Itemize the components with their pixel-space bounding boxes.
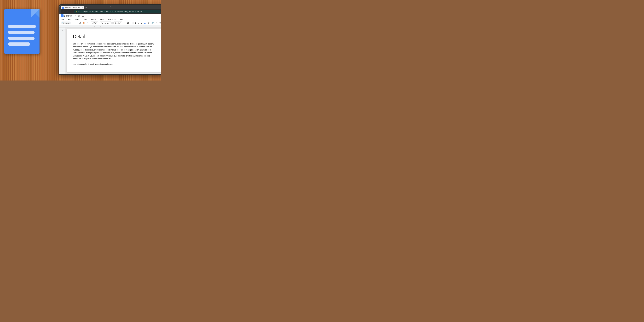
font-size-minus[interactable]: −: [124, 22, 126, 24]
doc-icon-body: [4, 9, 40, 54]
camera-dot: [110, 6, 111, 7]
doc-line-1: [8, 25, 36, 28]
menu-edit[interactable]: Edit: [67, 18, 72, 21]
font-arrow: ▾: [120, 22, 121, 24]
tab-close-button[interactable]: ×: [82, 7, 83, 9]
google-docs-icon: [4, 9, 45, 63]
menu-file[interactable]: File: [60, 18, 65, 21]
back-button[interactable]: ←: [62, 10, 65, 13]
color-button[interactable]: A: [144, 22, 146, 24]
paint-button[interactable]: 🎨: [82, 22, 86, 24]
document-title[interactable]: Brochure: [64, 15, 72, 17]
search-icon: 🔍: [62, 22, 64, 24]
text-style-arrow: ▾: [110, 22, 110, 24]
menus-label: Menus: [65, 22, 70, 24]
align-button[interactable]: ≡: [155, 22, 158, 24]
ruler-marks: 1 2 3 4 5 6: [60, 25, 161, 27]
doc-line-3: [8, 36, 34, 40]
paragraph-2: Lorem ipsum dolor sit amet, consectetuer…: [72, 63, 156, 66]
toolbar-sep-5: [133, 22, 134, 24]
toolbar-sep-1: [90, 22, 90, 24]
zoom-value: 150%: [92, 22, 96, 24]
doc-icon-small: ≡: [60, 14, 64, 17]
laptop-wrapper: Brochure - Google Docs × + ← → ↻ 🔒 docs.…: [58, 4, 161, 79]
page-heading: Details: [72, 33, 156, 40]
spell-button[interactable]: ✓: [86, 22, 89, 24]
doc-title-bar: ≡ Brochure ☆ 🗂 ☁: [60, 14, 161, 18]
menu-bar-row: File Edit View Insert Format Tools Exten…: [60, 18, 161, 21]
bold-button[interactable]: B: [134, 22, 137, 24]
forward-button[interactable]: →: [66, 10, 69, 13]
sidebar-list-icon: ≡: [62, 30, 63, 32]
doc-icon-fold-corner: [31, 9, 40, 18]
font-size-plus[interactable]: +: [130, 22, 132, 24]
undo-button[interactable]: ↩: [72, 22, 75, 24]
doc-area: ≡ Brochure ☆ 🗂 ☁ File Edit View Insert F…: [60, 14, 161, 74]
cloud-button[interactable]: ☁: [82, 14, 84, 17]
star-button[interactable]: ☆: [74, 14, 77, 17]
font-dropdown[interactable]: Roboto ▾: [114, 22, 122, 24]
new-tab-button[interactable]: +: [84, 6, 88, 9]
print-button[interactable]: 🖨: [78, 22, 82, 24]
laptop-screen: Brochure - Google Docs × + ← → ↻ 🔒 docs.…: [58, 4, 161, 75]
ruler-mark-2: 3: [80, 26, 86, 27]
menu-view[interactable]: View: [74, 18, 80, 21]
italic-button[interactable]: I: [138, 22, 140, 24]
list-num-button[interactable]: ≡#: [158, 22, 161, 24]
lock-icon: 🔒: [76, 11, 77, 12]
doc-content-area: ≡ Details Nam liber tempor cum soluta no…: [60, 28, 161, 74]
doc-line-4: [8, 42, 30, 46]
menu-help[interactable]: Help: [119, 18, 124, 21]
doc-sidebar: ≡: [60, 28, 65, 74]
redo-button[interactable]: ↪: [76, 22, 78, 24]
tab-favicon: [62, 7, 64, 9]
refresh-button[interactable]: ↻: [70, 10, 73, 13]
url-bar[interactable]: 🔒 docs.google.com/document/d/1-8sXwCaLif…: [74, 10, 161, 13]
ruler-mark-4: 5: [92, 26, 98, 27]
active-tab[interactable]: Brochure - Google Docs ×: [60, 6, 84, 9]
underline-button[interactable]: U: [140, 22, 143, 24]
link-button[interactable]: 🔗: [151, 22, 154, 24]
doc-icon-lines: [8, 25, 36, 46]
doc-icon-letter: ≡: [62, 15, 62, 16]
doc-line-2: [8, 31, 34, 34]
zoom-arrow: ▾: [96, 22, 97, 24]
menus-search[interactable]: 🔍 Menus: [60, 22, 71, 24]
ruler-mark-3: 4: [86, 26, 92, 27]
omnibox-bar: ← → ↻ 🔒 docs.google.com/document/d/1-8sX…: [60, 9, 161, 14]
highlight-button[interactable]: 🖊: [147, 22, 150, 24]
paragraph-1: Nam liber tempor cum soluta nobis eleife…: [72, 42, 156, 60]
ruler: 1 2 3 4 5 6: [60, 25, 161, 28]
zoom-dropdown[interactable]: 150% ▾: [90, 22, 98, 24]
ruler-mark-5: 6: [98, 26, 103, 27]
menu-tools[interactable]: Tools: [99, 18, 105, 21]
menu-extensions[interactable]: Extensions: [107, 18, 116, 21]
ruler-mark-1: 2: [74, 26, 80, 27]
font-value: Roboto: [114, 22, 120, 24]
screen-inner: Brochure - Google Docs × + ← → ↻ 🔒 docs.…: [60, 5, 161, 74]
page-paper[interactable]: Details Nam liber tempor cum soluta nobi…: [67, 29, 161, 72]
font-size-value: 20: [126, 22, 130, 24]
doc-page: Details Nam liber tempor cum soluta nobi…: [65, 28, 161, 74]
text-style-dropdown[interactable]: Normal text ▾: [100, 22, 112, 24]
font-size-control: − 20 +: [124, 22, 132, 24]
page-text[interactable]: Nam liber tempor cum soluta nobis eleife…: [72, 42, 156, 66]
url-text: docs.google.com/document/d/1-8sXwCaLifQ7…: [78, 11, 144, 12]
menu-insert[interactable]: Insert: [82, 18, 88, 21]
tab-title: Brochure - Google Docs: [65, 7, 80, 9]
text-style-value: Normal text: [101, 22, 109, 24]
menu-format[interactable]: Format: [90, 18, 97, 21]
ruler-mark-0: 1: [68, 26, 74, 27]
menus-search-bar: 🔍 Menus ↩ ↪ 🖨 🎨 ✓ 150% ▾: [60, 21, 161, 25]
drive-button[interactable]: 🗂: [78, 14, 81, 17]
